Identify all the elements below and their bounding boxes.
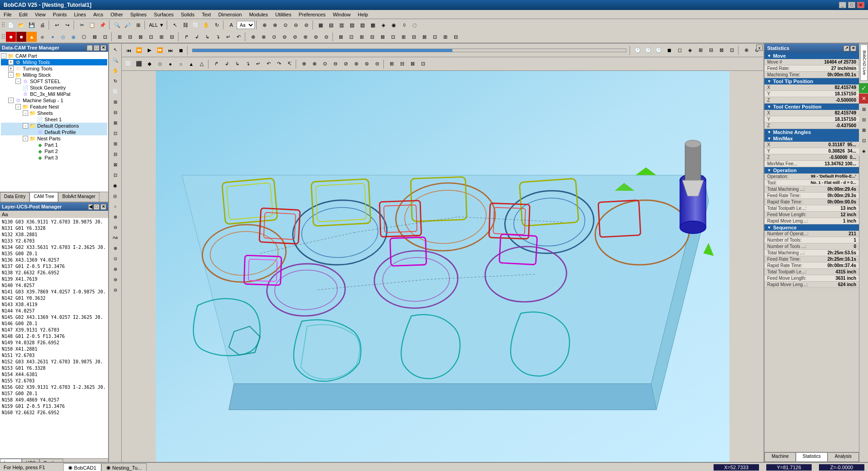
tree-item-part1[interactable]: + ◆ Part 1	[1, 142, 107, 148]
menu-preferences[interactable]: Preferences	[295, 11, 329, 18]
vp-a4[interactable]: ⊖	[330, 59, 340, 69]
vp-btn5[interactable]: ⊟	[706, 45, 716, 55]
viewport-tab-1[interactable]: ◉ BobCAD1	[63, 463, 101, 471]
vp-t8[interactable]: ↸	[284, 59, 294, 69]
tb-new[interactable]: 📄	[6, 20, 16, 30]
vp-btn4[interactable]: ⊞	[695, 45, 705, 55]
tb-select[interactable]: ↖	[170, 20, 180, 30]
tb-undo[interactable]: ↩	[52, 20, 62, 30]
nc-line[interactable]: N143 X38.4119	[1, 302, 107, 308]
bobcad-live-btn[interactable]: BobCAD Live	[860, 45, 868, 81]
tb-snap4[interactable]: ⊖	[291, 20, 301, 30]
tree-item-machine-setup[interactable]: - ⚙ Machine Setup - 1	[1, 97, 107, 104]
vp-next[interactable]: ⏩	[155, 45, 165, 55]
vp-a7[interactable]: ⊜	[362, 59, 372, 69]
menu-modules[interactable]: Modules	[245, 11, 272, 18]
nc-line[interactable]: N139 X41.7619	[1, 276, 107, 283]
tree-item-default-profile[interactable]: + ⚙ Default Profile	[1, 129, 107, 135]
tb-r9[interactable]: ⊠	[89, 32, 99, 42]
tb-op1[interactable]: ⊕	[248, 32, 258, 42]
nc-line[interactable]: N138 Y2.6632 F26.6952	[1, 270, 107, 276]
operation-header[interactable]: ▼ Operation	[764, 167, 859, 174]
vp-b3[interactable]: ⊠	[407, 59, 417, 69]
tb-view4[interactable]: ⊡	[146, 32, 156, 42]
tab-data-entry[interactable]: Data Entry	[0, 192, 30, 203]
menu-text[interactable]: Text	[198, 11, 214, 18]
side-btn-pan[interactable]: ✋	[110, 65, 120, 75]
tree-header-controls[interactable]: _ □ ✕	[87, 45, 106, 51]
vp-v8[interactable]: △	[197, 59, 207, 69]
tb-snap3[interactable]: ⊙	[280, 20, 290, 30]
tb-view3[interactable]: ⊠	[135, 32, 145, 42]
tb-r10[interactable]: ⊡	[100, 32, 110, 42]
nc-line[interactable]: N152 G03 X43.2631 Y2.6703 I0.9875 J0.	[1, 359, 107, 365]
tb-snap2[interactable]: ⊗	[270, 20, 280, 30]
viewport[interactable]: ⏮ ⏪ ▶ ⏩ ⏭ ⏹ 🕐 🕑 🕒 ◼ ◻ ◈ ⊞ ⊟ ⊠ ⊡ ⊕ ⊗ ⬜ ⬛	[122, 44, 764, 462]
tb-snap1[interactable]: ⊕	[259, 20, 269, 30]
side-btn-post[interactable]: ⊝	[110, 285, 120, 295]
nc-line[interactable]: N158 X49.4869 Y4.0257	[1, 397, 107, 403]
vp-t2[interactable]: ↲	[222, 59, 232, 69]
maximize-button[interactable]: □	[848, 2, 855, 8]
side-btn-top[interactable]: ⊡	[110, 128, 120, 138]
side-btn-hidden[interactable]: ○	[110, 201, 120, 211]
right-btn-5[interactable]: ⊠	[859, 125, 868, 135]
vp-btn6[interactable]: ⊠	[716, 45, 726, 55]
vp-stop[interactable]: ⏹	[176, 45, 186, 55]
tb-snap5[interactable]: ⊘	[301, 20, 311, 30]
tb-redo[interactable]: ↪	[62, 20, 72, 30]
vp-t6[interactable]: ↶	[263, 59, 273, 69]
nc-line[interactable]: N134 G02 X33.5631 Y2.6703 I-2.3625 J0.	[1, 244, 107, 251]
side-btn-layers[interactable]: ⊗	[110, 243, 120, 253]
side-btn-shade[interactable]: ◉	[110, 180, 120, 190]
vp-t7[interactable]: ↷	[274, 59, 284, 69]
expand-nestparts[interactable]: -	[23, 136, 28, 141]
tb-m7[interactable]: ◈	[378, 20, 388, 30]
nc-line[interactable]: N149 Y4.0328 F26.6952	[1, 340, 107, 346]
tb-zoom-out[interactable]: 🔎	[123, 20, 133, 30]
nc-line[interactable]: N145 G02 X43.1369 Y4.0257 I2.3625 J0.	[1, 314, 107, 321]
vp-v1[interactable]: ⬜	[124, 59, 134, 69]
side-btn-desel[interactable]: ⊖	[110, 222, 120, 232]
side-btn-iso[interactable]: ⊡	[110, 170, 120, 180]
tab-ucs[interactable]: UCS	[22, 459, 40, 462]
menu-splines[interactable]: Splines	[127, 11, 150, 18]
vp-play[interactable]: ▶	[144, 45, 154, 55]
tb-chain[interactable]: ⛓	[180, 20, 190, 30]
vp-btn1[interactable]: ◼	[664, 45, 674, 55]
tb-s4[interactable]: ↴	[213, 32, 223, 42]
menu-other[interactable]: Other	[107, 11, 127, 18]
tb-op4[interactable]: ⊖	[279, 32, 289, 42]
vp-v5[interactable]: ●	[165, 59, 175, 69]
side-btn-window[interactable]: ⬜	[110, 86, 120, 96]
vp-btn7[interactable]: ⊡	[727, 45, 737, 55]
stats-undock[interactable]: ↗	[843, 45, 849, 51]
tb-op6[interactable]: ⊛	[300, 32, 310, 42]
side-btn-back[interactable]: ⊠	[110, 118, 120, 128]
tree-minimize[interactable]: _	[87, 45, 93, 51]
side-btn-left[interactable]: ⊟	[110, 149, 120, 159]
tb-window[interactable]: ⬜	[191, 20, 201, 30]
vp-b1[interactable]: ⊞	[387, 59, 397, 69]
side-btn-cursor[interactable]: ↖	[110, 45, 120, 55]
tb-m5[interactable]: ▨	[357, 20, 367, 30]
nc-line[interactable]: N142 G01 Y0.3632	[1, 295, 107, 302]
nc-line[interactable]: N154 X44.6381	[1, 372, 107, 378]
tree-item-sheet1[interactable]: + 📄 Sheet 1	[1, 116, 107, 123]
tb-r8[interactable]: ⬡	[79, 32, 89, 42]
nc-line[interactable]: N133 Y2.6703	[1, 238, 107, 244]
vp-a5[interactable]: ⊘	[341, 59, 351, 69]
nc-line[interactable]: N153 G01 Y6.3328	[1, 365, 107, 372]
expand-milling[interactable]: +	[8, 59, 14, 65]
tree-float[interactable]: □	[94, 45, 99, 51]
right-btn-1[interactable]: ✓	[859, 83, 868, 93]
tb-n5[interactable]: ⊠	[377, 32, 387, 42]
nc-line[interactable]: N140 Y4.0257	[1, 283, 107, 289]
vp-t1[interactable]: ↱	[211, 59, 221, 69]
nc-line[interactable]: N130 G03 X36.9131 Y2.6703 I0.9875 J0.	[1, 219, 107, 225]
tb-m2[interactable]: ▤	[326, 20, 336, 30]
expand-turning[interactable]: +	[8, 66, 14, 71]
tab-machine[interactable]: Machine	[764, 452, 796, 462]
layer-scroll[interactable]: ◀	[88, 204, 93, 210]
vp-b2[interactable]: ⊟	[397, 59, 407, 69]
